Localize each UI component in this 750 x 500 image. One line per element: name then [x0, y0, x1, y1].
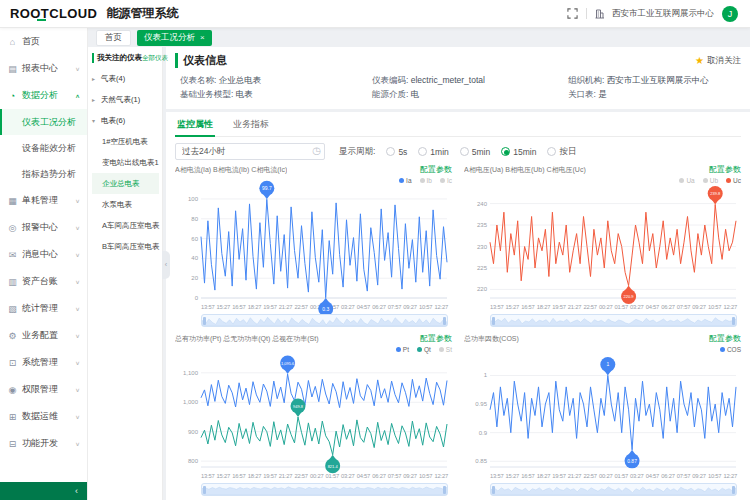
x-tick-label: 18:27	[537, 473, 551, 479]
sidebar-item-报表中心[interactable]: ▤报表中心∨	[0, 55, 87, 82]
sidebar-item-数据分析[interactable]: ◔数据分析∧	[0, 82, 87, 109]
sidebar-item-权限管理[interactable]: ◉权限管理∨	[0, 376, 87, 403]
tab-monitor-props[interactable]: 监控属性	[175, 112, 215, 137]
datazoom-handle-left[interactable]	[203, 486, 206, 494]
period-option-按日[interactable]: 按日	[547, 146, 576, 158]
sidebar-subitem-仪表工况分析[interactable]: 仪表工况分析	[0, 109, 87, 135]
datazoom-handle-right[interactable]	[443, 317, 446, 325]
svg-text:40: 40	[191, 255, 198, 261]
meter-item-B车间高压室电表[interactable]: B车间高压室电表	[92, 236, 159, 257]
meter-item-1#空压机电表[interactable]: 1#空压机电表	[92, 131, 159, 152]
x-tick-label: 15:27	[506, 304, 520, 310]
org-name[interactable]: 西安市工业互联网展示中心	[612, 8, 714, 20]
sidebar-item-业务配置[interactable]: ⚙业务配置∨	[0, 322, 87, 349]
sidebar-item-资产台账[interactable]: ▥资产台账∨	[0, 268, 87, 295]
sidebar-item-消息中心[interactable]: ✉消息中心∨	[0, 241, 87, 268]
meter-group-气表(4)[interactable]: ▸气表(4)	[92, 68, 159, 89]
legend-item-Qt[interactable]: Qt	[417, 346, 431, 353]
x-tick-label: 19:57	[552, 304, 566, 310]
chart-card-total-power: 总有功功率(Pt) 总无功功率(Qt) 总视在功率(St) 配置参数 PtQtS…	[175, 332, 452, 496]
radio-icon	[418, 147, 427, 156]
legend-dot	[399, 178, 404, 183]
datazoom-handle-right[interactable]	[732, 486, 735, 494]
chart-plot: 220225230235240239.8220.9	[464, 185, 741, 303]
meter-item-水泵电表[interactable]: 水泵电表	[92, 194, 159, 215]
x-tick-label: 04:57	[357, 304, 371, 310]
tab-home[interactable]: 首页	[96, 30, 131, 46]
avatar[interactable]: J	[722, 6, 738, 22]
datazoom-handle-left[interactable]	[203, 317, 206, 325]
meter-group-天然气表(1)[interactable]: ▸天然气表(1)	[92, 89, 159, 110]
chart-datazoom-slider[interactable]	[490, 483, 737, 496]
chevron-down-icon: ∨	[75, 413, 80, 419]
meter-group-电表(6)[interactable]: ▾电表(6)	[92, 110, 159, 131]
star-icon: ★	[695, 55, 704, 66]
config-params-link[interactable]: 配置参数	[420, 333, 452, 344]
x-tick-label: 12:27	[434, 473, 448, 479]
caret-icon: ▾	[92, 117, 98, 124]
sidebar-item-报警中心[interactable]: ◎报警中心∨	[0, 214, 87, 241]
sidebar-item-系统管理[interactable]: ⊡系统管理∨	[0, 349, 87, 376]
report-icon: ▤	[7, 64, 18, 74]
legend-item-Ic[interactable]: Ic	[440, 177, 452, 184]
all-meters-link[interactable]: 全部仪表	[142, 54, 168, 63]
time-range-input[interactable]	[175, 143, 325, 160]
datazoom-handle-left[interactable]	[492, 317, 495, 325]
chart-card-phase-voltage: A相电压(Ua) B相电压(Ub) C相电压(Uc) 配置参数 UaUbUc 2…	[464, 163, 741, 327]
datazoom-handle-right[interactable]	[732, 317, 735, 325]
legend-item-Ub[interactable]: Ub	[703, 177, 718, 184]
datazoom-handle-left[interactable]	[492, 486, 495, 494]
time-range-picker[interactable]: ◷	[175, 143, 325, 160]
marker-pin-1: 1	[600, 357, 615, 376]
chart-datazoom-slider[interactable]	[201, 314, 448, 327]
x-tick-label: 00:27	[599, 304, 613, 310]
period-option-15min[interactable]: 15min	[501, 147, 536, 157]
chart-datazoom-slider[interactable]	[490, 314, 737, 327]
x-tick-label: 03:27	[341, 473, 355, 479]
x-tick-label: 10:57	[419, 304, 433, 310]
x-tick-label: 04:57	[357, 473, 371, 479]
period-option-1min[interactable]: 1min	[418, 147, 448, 157]
sidebar-item-功能开发[interactable]: ⊟功能开发∨	[0, 430, 87, 457]
config-params-link[interactable]: 配置参数	[420, 164, 452, 175]
sidebar-item-单耗管理[interactable]: ▦单耗管理∨	[0, 187, 87, 214]
sidebar-collapse-button[interactable]: ‹	[0, 482, 87, 500]
legend-item-COS[interactable]: COS	[720, 346, 741, 353]
svg-text:220.9: 220.9	[624, 294, 635, 299]
unfollow-button[interactable]: ★ 取消关注	[695, 55, 741, 67]
legend-item-Ib[interactable]: Ib	[420, 177, 432, 184]
meter-item-变电站出线电表1[interactable]: 变电站出线电表1	[92, 152, 159, 173]
sidebar-item-统计管理[interactable]: ▧统计管理∨	[0, 295, 87, 322]
panel-collapse-handle[interactable]: ‹	[162, 251, 170, 279]
chevron-down-icon: ∨	[75, 305, 80, 311]
sidebar-item-数据运维[interactable]: ⊞数据运维∨	[0, 403, 87, 430]
config-params-link[interactable]: 配置参数	[709, 333, 741, 344]
sidebar-subitem-指标趋势分析[interactable]: 指标趋势分析	[0, 161, 87, 187]
period-option-5s[interactable]: 5s	[386, 147, 407, 157]
permission-icon: ◉	[7, 385, 18, 395]
period-option-5min[interactable]: 5min	[460, 147, 490, 157]
tab-business-metrics[interactable]: 业务指标	[231, 112, 271, 136]
close-icon[interactable]: ×	[200, 33, 205, 42]
sidebar-subitem-设备能效分析[interactable]: 设备能效分析	[0, 135, 87, 161]
legend-item-Pt[interactable]: Pt	[396, 346, 409, 353]
chart-datazoom-slider[interactable]	[201, 483, 448, 496]
meter-item-企业总电表[interactable]: 企业总电表	[92, 173, 159, 194]
legend-dot	[440, 178, 445, 183]
fullscreen-icon[interactable]	[567, 8, 578, 19]
x-tick-label: 00:27	[599, 473, 613, 479]
legend-item-Uc[interactable]: Uc	[726, 177, 741, 184]
sidebar-item-首页[interactable]: ⌂首页	[0, 28, 87, 55]
info-field: 基础业务模型电表	[180, 89, 372, 103]
legend-item-Ia[interactable]: Ia	[399, 177, 411, 184]
tab-meter-analysis[interactable]: 仪表工况分析 ×	[137, 30, 212, 46]
period-label: 显示周期:	[339, 146, 375, 158]
config-params-link[interactable]: 配置参数	[709, 164, 741, 175]
meter-item-A车间高压室电表[interactable]: A车间高压室电表	[92, 215, 159, 236]
top-header: ROOTCLOUD 能源管理系统 西安市工业互联网展示中心 J	[0, 0, 750, 28]
datazoom-handle-right[interactable]	[443, 486, 446, 494]
legend-item-St[interactable]: St	[439, 346, 452, 353]
dev-icon: ⊟	[7, 439, 18, 449]
clock-icon: ◷	[312, 145, 321, 156]
legend-item-Ua[interactable]: Ua	[679, 177, 694, 184]
